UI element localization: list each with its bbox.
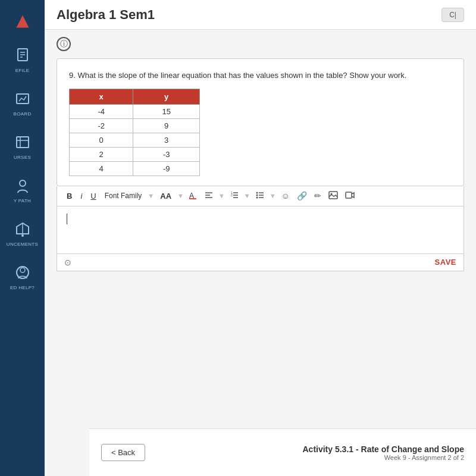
table-header-y: y <box>133 89 200 104</box>
table-cell: 0 <box>70 133 133 147</box>
svg-point-10 <box>21 234 24 237</box>
dropdown-arrow-ulist: ▼ <box>270 192 276 199</box>
svg-rect-6 <box>17 137 29 148</box>
image-button[interactable] <box>327 190 340 202</box>
sidebar-label-efile: EFILE <box>15 68 30 73</box>
dropdown-arrow-aa: ▼ <box>177 192 184 199</box>
table-cell: -9 <box>133 161 200 176</box>
svg-point-29 <box>256 196 258 198</box>
editor-toolbar: B i U Font Family ▼ AA ▼ A ▼ 1.2. ▼ ▼ ☺ … <box>57 186 464 206</box>
activity-subtitle: Week 9 - Assignment 2 of 2 <box>302 454 464 461</box>
underline-button[interactable]: U <box>88 190 98 202</box>
footer: < Back Activity 5.3.1 - Rate of Change a… <box>89 428 476 476</box>
history-icon[interactable]: ⊙ <box>64 258 71 267</box>
main-content: Algebra 1 Sem1 C| ⓘ 9. What is the slope… <box>45 0 476 476</box>
back-button[interactable]: < Back <box>101 444 145 461</box>
link-button[interactable]: 🔗 <box>295 190 309 202</box>
list-unordered-button[interactable] <box>254 190 266 202</box>
question-number: 9. <box>69 71 76 80</box>
sidebar-item-uncements[interactable]: UNCEMENTS <box>7 218 38 247</box>
svg-text:2.: 2. <box>231 193 233 197</box>
table-cell: -4 <box>70 104 133 118</box>
font-size-button[interactable]: AA <box>158 190 174 202</box>
save-area: ⊙ SAVE <box>57 254 464 271</box>
editor-area[interactable] <box>57 206 464 254</box>
sidebar-item-board[interactable]: BOARD <box>11 87 34 117</box>
table-row: -29 <box>70 118 200 133</box>
svg-point-13 <box>20 268 25 273</box>
content-wrapper: ⓘ 9. What is the slope of the linear equ… <box>45 30 476 278</box>
table-header-x: x <box>70 89 133 104</box>
sidebar-label-urses: URSES <box>14 155 31 160</box>
svg-point-9 <box>20 180 26 186</box>
font-family-selector[interactable]: Font Family <box>102 190 145 201</box>
video-button[interactable] <box>343 190 356 202</box>
info-icon[interactable]: ⓘ <box>57 37 71 51</box>
align-left-button[interactable] <box>203 190 215 202</box>
activity-title: Activity 5.3.1 - Rate of Change and Slop… <box>302 444 464 454</box>
table-row: 2-3 <box>70 147 200 161</box>
dropdown-arrow-list: ▼ <box>244 192 250 199</box>
sidebar: EFILE BOARD URSES Y PATH <box>0 0 45 476</box>
question-body: What is the slope of the linear equation… <box>77 71 406 80</box>
dropdown-arrow-align: ▼ <box>218 192 225 199</box>
table-row: 03 <box>70 133 200 147</box>
pencil-button[interactable]: ✏ <box>312 190 323 202</box>
list-ordered-button[interactable]: 1.2. <box>228 190 240 202</box>
table-cell: 15 <box>133 104 200 118</box>
bold-button[interactable]: B <box>64 190 74 202</box>
footer-info: Activity 5.3.1 - Rate of Change and Slop… <box>302 444 464 461</box>
text-cursor <box>67 214 67 224</box>
table-cell: 4 <box>70 161 133 176</box>
sidebar-item-y-path[interactable]: Y PATH <box>11 174 34 203</box>
sidebar-label-ed-help: ED HELP? <box>10 285 35 290</box>
question-text: 9. What is the slope of the linear equat… <box>69 70 452 82</box>
dropdown-arrow-font: ▼ <box>148 192 154 199</box>
sidebar-label-uncements: UNCEMENTS <box>7 242 38 247</box>
sidebar-item-efile[interactable]: EFILE <box>11 44 34 73</box>
sidebar-label-y-path: Y PATH <box>14 198 31 203</box>
emoji-button[interactable]: ☺ <box>280 190 292 202</box>
svg-rect-15 <box>189 198 196 199</box>
page-title: Algebra 1 Sem1 <box>57 7 155 23</box>
header-button[interactable]: C| <box>441 8 464 22</box>
font-color-button[interactable]: A <box>187 190 199 202</box>
table-cell: -2 <box>70 118 133 133</box>
table-cell: 2 <box>70 147 133 161</box>
svg-rect-32 <box>346 192 352 198</box>
table-row: 4-9 <box>70 161 200 176</box>
svg-marker-0 <box>16 15 29 28</box>
sidebar-logo[interactable] <box>14 13 31 30</box>
sidebar-label-board: BOARD <box>14 111 32 117</box>
table-cell: 9 <box>133 118 200 133</box>
header: Algebra 1 Sem1 C| <box>45 0 476 30</box>
italic-button[interactable]: i <box>78 190 84 202</box>
data-table: x y -415-29032-34-9 <box>69 89 200 176</box>
save-button[interactable]: SAVE <box>435 258 456 267</box>
table-cell: -3 <box>133 147 200 161</box>
question-card: 9. What is the slope of the linear equat… <box>57 58 464 186</box>
sidebar-item-urses[interactable]: URSES <box>11 131 34 160</box>
svg-point-27 <box>256 194 258 196</box>
table-row: -415 <box>70 104 200 118</box>
table-cell: 3 <box>133 133 200 147</box>
sidebar-item-ed-help[interactable]: ED HELP? <box>10 261 35 290</box>
svg-point-25 <box>256 192 258 193</box>
